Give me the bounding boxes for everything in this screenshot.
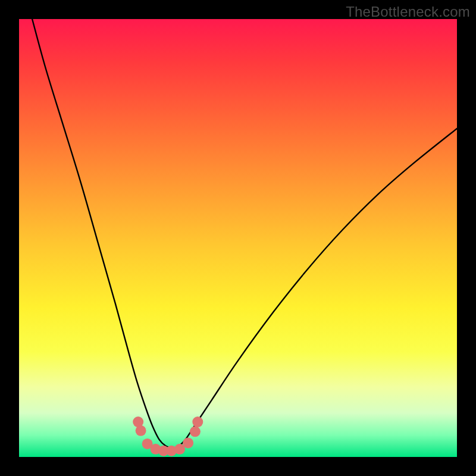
watermark-text: TheBottleneck.com bbox=[346, 4, 470, 20]
marker-dot bbox=[190, 426, 201, 437]
low-point-markers bbox=[133, 416, 203, 456]
plot-area bbox=[19, 19, 457, 457]
bottleneck-curve bbox=[32, 19, 457, 448]
marker-dot bbox=[136, 425, 146, 436]
marker-dot bbox=[192, 416, 203, 427]
marker-dot bbox=[183, 437, 193, 448]
curve-svg bbox=[19, 19, 457, 457]
chart-frame: TheBottleneck.com bbox=[0, 0, 476, 476]
